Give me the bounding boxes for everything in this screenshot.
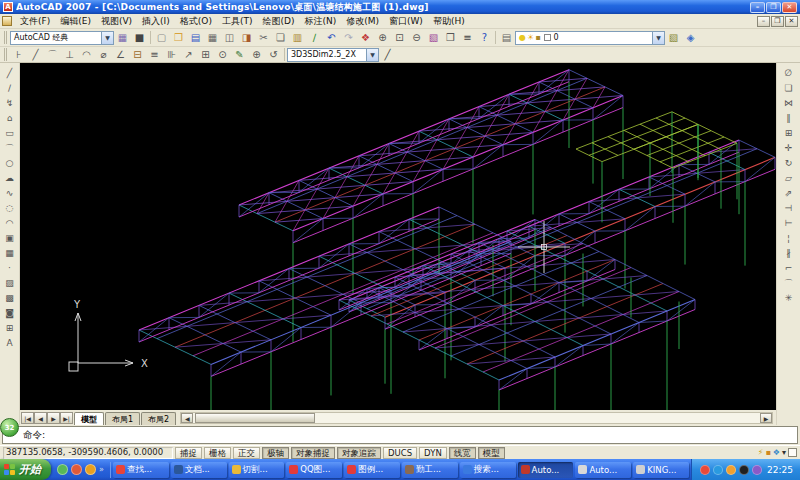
menu-item-7[interactable]: 标注(N) [299, 15, 341, 28]
match-properties-icon[interactable]: ∕ [306, 30, 323, 45]
menu-item-2[interactable]: 视图(V) [96, 15, 137, 28]
chevron-down-icon[interactable]: ▼ [101, 32, 113, 44]
workspace-dropdown[interactable]: AutoCAD 经典 ▼ [10, 31, 114, 45]
toggle-模型[interactable]: 模型 [478, 447, 505, 459]
tab-布局2[interactable]: 布局2 [141, 412, 176, 425]
quick-dimension-icon[interactable]: ⊟ [129, 47, 146, 62]
revision-cloud-icon[interactable]: ☁ [2, 171, 18, 186]
task-button-9[interactable]: KING... [633, 462, 689, 478]
paste-icon[interactable]: ▥ [289, 30, 306, 45]
array-icon[interactable]: ⊞ [781, 126, 797, 141]
task-button-1[interactable]: 文档... [171, 462, 227, 478]
menu-item-6[interactable]: 绘图(D) [257, 15, 299, 28]
zoom-realtime-icon[interactable]: ⊕ [374, 30, 391, 45]
tab-nav-icon-3[interactable]: ▶| [60, 412, 73, 424]
plot-icon[interactable]: ▦ [204, 30, 221, 45]
status-corner-box[interactable] [788, 448, 797, 457]
mtext-icon[interactable]: A [2, 336, 18, 351]
tab-nav-icon-1[interactable]: ◀ [34, 412, 47, 424]
line-icon[interactable]: ╱ [2, 66, 18, 81]
quick-launch-icon-2[interactable] [85, 464, 96, 475]
aligned-dimension-icon[interactable]: ╱ [27, 47, 44, 62]
task-button-6[interactable]: 搜索... [460, 462, 516, 478]
task-button-7[interactable]: Auto... [518, 462, 574, 478]
diameter-dimension-icon[interactable]: ⌀ [95, 47, 112, 62]
quick-launch-more-icon[interactable]: » [99, 465, 104, 474]
toolbar-grip[interactable] [4, 31, 8, 44]
make-block-icon[interactable]: ▦ [2, 246, 18, 261]
task-button-2[interactable]: 切割... [229, 462, 285, 478]
doc-minimize-button[interactable]: – [757, 16, 770, 27]
rotate-icon[interactable]: ↻ [781, 156, 797, 171]
tray-icon-4[interactable] [752, 465, 762, 475]
toggle-极轴[interactable]: 极轴 [262, 447, 289, 459]
point-icon[interactable]: · [2, 261, 18, 276]
dimension-update-icon[interactable]: ↺ [265, 47, 282, 62]
zoom-window-icon[interactable]: ⊡ [391, 30, 408, 45]
menu-item-10[interactable]: 帮助(H) [428, 15, 470, 28]
tray-icon-3[interactable] [739, 465, 749, 475]
move-icon[interactable]: ✛ [781, 141, 797, 156]
quick-launch-icon-0[interactable] [57, 464, 68, 475]
start-button[interactable]: 开始 [0, 459, 51, 480]
table-icon[interactable]: ⊞ [2, 321, 18, 336]
toolbar-lock-icon[interactable]: ▪ [765, 447, 770, 459]
layer-previous-icon[interactable]: ▧ [665, 30, 682, 45]
dimension-text-edit-icon[interactable]: ⊕ [248, 47, 265, 62]
hatch-icon[interactable]: ▨ [2, 276, 18, 291]
plot-preview-icon[interactable]: ◫ [221, 30, 238, 45]
break-icon[interactable]: ∦ [781, 246, 797, 261]
spline-icon[interactable]: ∿ [2, 186, 18, 201]
cut-icon[interactable]: ✂ [255, 30, 272, 45]
continue-dimension-icon[interactable]: ⊪ [163, 47, 180, 62]
menu-item-0[interactable]: 文件(F) [15, 15, 55, 28]
extend-icon[interactable]: ⊢ [781, 216, 797, 231]
toggle-栅格[interactable]: 栅格 [204, 447, 231, 459]
doc-restore-button[interactable]: ❐ [771, 16, 784, 27]
dimension-edit-icon[interactable]: ✎ [231, 47, 248, 62]
explode-icon[interactable]: ✳ [781, 291, 797, 306]
ellipse-icon[interactable]: ◌ [2, 201, 18, 216]
command-input[interactable]: 命令: [2, 426, 798, 444]
linear-dimension-icon[interactable]: ⊦ [10, 47, 27, 62]
dim-style-dropdown[interactable]: 3D3SDim2.5_2X ▼ [287, 48, 379, 62]
circle-icon[interactable]: ○ [2, 156, 18, 171]
toggle-对象捕捉[interactable]: 对象捕捉 [291, 447, 335, 459]
redo-icon[interactable]: ↷ [340, 30, 357, 45]
toggle-线宽[interactable]: 线宽 [449, 447, 476, 459]
gradient-icon[interactable]: ▩ [2, 291, 18, 306]
polyline-icon[interactable]: ↯ [2, 96, 18, 111]
status-menu-arrow-icon[interactable]: ▾ [782, 447, 786, 459]
zoom-previous-icon[interactable]: ⊖ [408, 30, 425, 45]
menu-item-5[interactable]: 工具(T) [217, 15, 258, 28]
dim-style-icon[interactable]: ╱ [379, 47, 396, 62]
tray-icon-1[interactable] [713, 465, 723, 475]
tray-icon-0[interactable] [700, 465, 710, 475]
copy-icon[interactable]: ❏ [272, 30, 289, 45]
region-icon[interactable]: ◙ [2, 306, 18, 321]
tab-模型[interactable]: 模型 [74, 412, 104, 425]
coordinates-readout[interactable]: 387135.0658, -309590.4606, 0.0000 [3, 447, 173, 459]
tab-布局1[interactable]: 布局1 [105, 412, 140, 425]
mirror-icon[interactable]: ⋈ [781, 96, 797, 111]
ordinate-icon[interactable]: ⊥ [61, 47, 78, 62]
tab-nav-icon-2[interactable]: ▶ [47, 412, 60, 424]
workspace-save-icon[interactable]: ■ [131, 30, 148, 45]
trim-icon[interactable]: ⊣ [781, 201, 797, 216]
tab-nav-icon-0[interactable]: |◀ [21, 412, 34, 424]
arc-length-icon[interactable]: ⌒ [44, 47, 61, 62]
drawing-canvas[interactable]: YX [20, 63, 776, 410]
task-button-5[interactable]: 勤工... [402, 462, 458, 478]
tolerance-icon[interactable]: ⊞ [197, 47, 214, 62]
toggle-对象追踪[interactable]: 对象追踪 [337, 447, 381, 459]
copy-object-icon[interactable]: ❏ [781, 81, 797, 96]
ellipse-arc-icon[interactable]: ◠ [2, 216, 18, 231]
workspace-settings-icon[interactable]: ▦ [114, 30, 131, 45]
sheet-set-manager-icon[interactable]: ▧ [425, 30, 442, 45]
toggle-DYN[interactable]: DYN [419, 447, 447, 459]
arc-icon[interactable]: ⌒ [2, 141, 18, 156]
publish-icon[interactable]: ◨ [238, 30, 255, 45]
menu-item-1[interactable]: 编辑(E) [55, 15, 96, 28]
menu-item-9[interactable]: 窗口(W) [384, 15, 428, 28]
open-icon[interactable]: ❐ [170, 30, 187, 45]
